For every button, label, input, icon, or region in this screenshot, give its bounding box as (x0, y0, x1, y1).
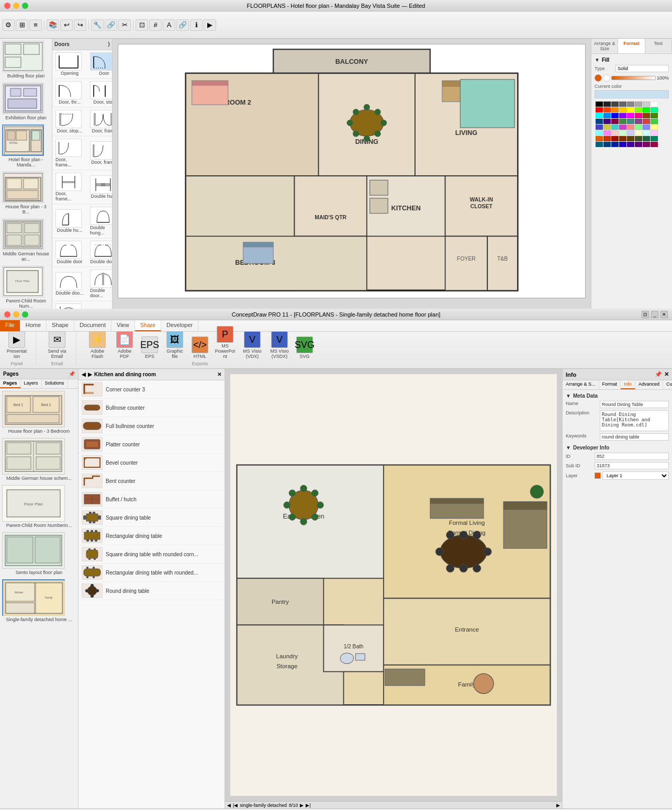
page-item-parent[interactable]: Floor Plan Parent-Child Room Numberin... (2, 485, 76, 528)
color-cell[interactable] (627, 125, 634, 130)
bottom-minimize-button[interactable] (13, 311, 19, 318)
lib-item-rect-dining[interactable]: Rectangular dining table (79, 527, 225, 545)
solutions-btn[interactable]: ⚙ (2, 19, 15, 31)
close-button[interactable] (4, 3, 10, 9)
page-item-house[interactable]: Bed 1 Bed 2 House floor plan - 3 Bedroom (2, 391, 76, 434)
lib-item-round-dining[interactable]: Round dining table (79, 582, 225, 600)
color-cell[interactable] (643, 119, 650, 124)
ribbon-btn-html[interactable]: </> HTML (189, 335, 210, 360)
panel-tab-pages[interactable]: Pages (0, 379, 21, 388)
shape-row-13[interactable]: Double doo... (87, 239, 112, 267)
meta-description-input[interactable]: Round Dining Table[Kitchen and Dining Ro… (600, 410, 669, 431)
shape-row-11[interactable]: Double hung... (87, 205, 112, 238)
color-cell[interactable] (627, 136, 634, 141)
ribbon-btn-adobe-pdf[interactable]: 📄 Adobe PDF (112, 330, 137, 360)
color-cell[interactable] (619, 102, 626, 107)
shape-row-8[interactable]: Door, frame... (52, 171, 87, 204)
color-cell[interactable] (603, 102, 611, 107)
color-cell[interactable] (596, 125, 603, 130)
ribbon-btn-visio-vdx[interactable]: V MS Visio (VDX) (240, 330, 265, 360)
color-cell[interactable] (611, 136, 619, 141)
tab-arrange-size[interactable]: Arrange & Size (591, 39, 618, 53)
color-cell[interactable] (619, 136, 626, 141)
chain-btn[interactable]: 🔗 (105, 19, 117, 31)
fill-opacity-strip[interactable] (611, 76, 656, 80)
color-cell[interactable] (611, 130, 619, 136)
grid-btn[interactable]: # (149, 19, 162, 31)
shape-row-4[interactable]: Door, stop... (52, 108, 87, 136)
thumbnail-parent[interactable]: Floor Plan Parent-Child Room Num... (2, 266, 50, 309)
library-close-btn[interactable]: ✕ (217, 372, 221, 377)
meta-keywords-input[interactable] (600, 433, 669, 441)
library-nav-forward[interactable]: ▶ (88, 372, 92, 377)
ribbon-btn-visio-vsdx[interactable]: V MS Visio (VSDX) (267, 330, 292, 360)
color-cell[interactable] (651, 136, 658, 141)
color-cell[interactable] (635, 113, 642, 118)
color-cell[interactable] (651, 130, 658, 136)
color-cell[interactable] (635, 102, 642, 107)
thumbnail-hotel[interactable]: HOTEL Hotel floor plan - Manda... (2, 125, 50, 167)
pages-panel-pin[interactable]: 📌 (69, 371, 75, 377)
color-cell[interactable] (627, 107, 634, 113)
format-btn[interactable]: A (163, 19, 175, 31)
shape-row-12[interactable]: Double door (52, 239, 87, 267)
color-cell[interactable] (596, 136, 603, 141)
meta-name-input[interactable] (600, 401, 669, 408)
color-cell[interactable] (596, 142, 603, 147)
shape-row-10[interactable]: Double hu... (52, 205, 87, 238)
bottom-close-button[interactable] (4, 311, 10, 318)
color-cell[interactable] (611, 142, 619, 147)
layers-btn[interactable]: ≡ (29, 19, 42, 31)
dev-id-input[interactable] (595, 453, 669, 460)
pages-btn[interactable]: ⊞ (16, 19, 28, 31)
shape-row-14[interactable]: Double doo... (52, 267, 87, 301)
color-cell[interactable] (643, 113, 650, 118)
color-cell[interactable] (635, 107, 642, 113)
color-cell[interactable] (619, 107, 626, 113)
shape-door-thr[interactable]: Door, thr... (52, 79, 87, 107)
present-btn[interactable]: ▶ (204, 19, 216, 31)
color-cell[interactable] (651, 119, 658, 124)
redo-btn[interactable]: ↪ (74, 19, 86, 31)
win-close-btn[interactable]: ✕ (660, 311, 668, 318)
info-pin-btn[interactable]: 📌 (655, 371, 662, 378)
color-cell[interactable] (635, 125, 642, 130)
panel-tab-layers[interactable]: Layers (21, 379, 42, 388)
smart-btn[interactable]: 🔧 (91, 19, 104, 31)
dev-subid-input[interactable] (595, 462, 669, 469)
ribbon-tab-shape[interactable]: Shape (47, 320, 74, 331)
page-item-sento[interactable]: Sento layout floor plan (2, 532, 76, 575)
win-minimize-btn[interactable]: _ (651, 311, 658, 318)
thumbnail-exhibition[interactable]: Exhibition floor plan (2, 83, 50, 120)
color-cell[interactable] (596, 102, 603, 107)
top-canvas[interactable]: BALCONY BEDROOM 2 DINING (113, 39, 591, 309)
free-btn[interactable]: ✂ (118, 19, 131, 31)
info-close-btn[interactable]: ✕ (664, 371, 669, 378)
color-cell[interactable] (611, 107, 619, 113)
page-nav-last[interactable]: ▶| (306, 803, 310, 808)
color-cell[interactable] (603, 113, 611, 118)
page-item-single-family[interactable]: Kitchen Family Single-family detached ho… (2, 579, 76, 622)
maximize-button[interactable] (22, 3, 28, 9)
color-cell[interactable] (619, 113, 626, 118)
dev-expand-icon[interactable]: ▼ (566, 445, 571, 451)
color-cell[interactable] (603, 142, 611, 147)
thumbnail-building[interactable]: Building floor plan (2, 41, 50, 78)
lib-item-rect-rounded[interactable]: Rectangular dining table with rounded... (79, 564, 225, 582)
undo-btn[interactable]: ↩ (60, 19, 73, 31)
tab-text[interactable]: Text (645, 39, 672, 53)
lib-item-buffet[interactable]: Buffet / hutch (79, 490, 225, 509)
color-cell[interactable] (643, 102, 650, 107)
color-cell[interactable] (596, 130, 603, 136)
lib-item-platter[interactable]: Platter counter (79, 435, 225, 454)
meta-expand-icon[interactable]: ▼ (566, 393, 571, 399)
color-cell[interactable] (619, 130, 626, 136)
info-tab-info[interactable]: Info (621, 380, 635, 389)
lib-item-bevel[interactable]: Bevel counter (79, 454, 225, 472)
panel-tab-solutions[interactable]: Solutions (42, 379, 68, 388)
info-tab-format[interactable]: Format (599, 380, 621, 389)
lib-item-bullnose[interactable]: Bullnose counter (79, 399, 225, 417)
color-cell[interactable] (635, 142, 642, 147)
ribbon-btn-graphic[interactable]: 🖼 Graphic file (162, 330, 187, 360)
fill-type-value[interactable]: Solid (615, 65, 669, 72)
